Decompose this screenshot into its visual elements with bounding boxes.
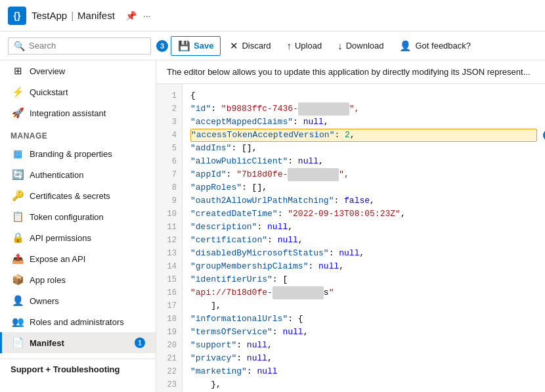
line-number: 21 [156, 352, 182, 365]
sidebar-item-label: Integration assistant [30, 108, 106, 118]
manifest-badge: 1 [135, 338, 145, 348]
sidebar-item-branding[interactable]: ▦ Branding & properties [0, 143, 156, 164]
sidebar-item-label: Owners [30, 296, 59, 306]
authentication-icon: 🔄 [12, 169, 23, 180]
sidebar-item-roles-admins[interactable]: 👥 Roles and administrators [0, 311, 156, 332]
search-input[interactable] [29, 41, 145, 51]
line-number: 17 [156, 299, 182, 313]
redacted-text: ██████████ [288, 168, 339, 181]
code-line: "accessTokenAcceptedVersion": 2,2 [190, 129, 537, 142]
json-editor[interactable]: 1234567891011121314151617181920212223 { … [156, 84, 545, 392]
download-icon: ↓ [338, 40, 343, 51]
logo-text: {} [14, 11, 21, 21]
line-number: 18 [156, 313, 182, 326]
redacted-text: ██████████ [272, 286, 324, 299]
sidebar-item-integration-assistant[interactable]: 🚀 Integration assistant [0, 102, 156, 123]
sidebar-item-label: Manifest [30, 338, 64, 348]
redacted-text: ██████████ [298, 102, 349, 116]
header-actions: 📌 ··· [125, 11, 151, 21]
app-roles-icon: 📦 [12, 274, 23, 285]
save-badge: 3 [156, 40, 168, 52]
line-number: 23 [156, 378, 182, 391]
sidebar-item-authentication[interactable]: 🔄 Authentication [0, 164, 156, 185]
code-line: "support": null, [190, 339, 537, 352]
code-line: "appRoles": [], [190, 181, 537, 194]
line-number: 6 [156, 155, 182, 168]
code-line: "id": "b9883ffc-7436-██████████", [190, 102, 537, 116]
code-area[interactable]: { "id": "b9883ffc-7436-██████████", "acc… [183, 84, 545, 392]
line-number: 1 [156, 89, 182, 102]
app-logo: {} [8, 7, 26, 25]
save-label: Save [194, 41, 213, 51]
sidebar-item-token-config[interactable]: 📋 Token configuration [0, 206, 156, 227]
sidebar-item-certificates[interactable]: 🔑 Certificates & secrets [0, 185, 156, 206]
sidebar-item-label: Token configuration [30, 212, 104, 222]
sidebar-item-label: Branding & properties [30, 149, 112, 159]
sidebar-item-label: Certificates & secrets [30, 191, 110, 201]
sidebar-item-overview[interactable]: ⊞ Overview [0, 60, 156, 81]
pin-icon[interactable]: 📌 [125, 11, 137, 21]
manage-section-title: Manage [0, 123, 156, 143]
sidebar-item-label: Expose an API [30, 254, 85, 264]
line-number: 7 [156, 168, 182, 181]
line-number: 15 [156, 273, 182, 286]
code-line: "addIns": [], [190, 142, 537, 155]
certificates-icon: 🔑 [12, 190, 23, 201]
sidebar-item-expose-api[interactable]: 📤 Expose an API [0, 248, 156, 269]
code-line: "allowPublicClient": null, [190, 155, 537, 168]
line-number: 22 [156, 365, 182, 378]
upload-label: Upload [295, 41, 322, 51]
sidebar-item-api-permissions[interactable]: 🔒 API permissions [0, 227, 156, 248]
quickstart-icon: ⚡ [12, 87, 23, 97]
main-content: The editor below allows you to update th… [156, 60, 545, 392]
layout: ⊞ Overview ⚡ Quickstart 🚀 Integration as… [0, 60, 545, 392]
line-number: 4 [156, 129, 182, 142]
search-box[interactable]: 🔍 [8, 37, 151, 54]
upload-button[interactable]: ↑ Upload [280, 37, 328, 54]
code-line: "createdDateTime": "2022-09-13T08:05:23Z… [190, 207, 537, 221]
code-line: ], [190, 299, 537, 313]
app-name: TestApp [32, 10, 67, 21]
code-line: "privacy": null, [190, 352, 537, 365]
discard-label: Discard [242, 41, 271, 51]
line-number: 2 [156, 102, 182, 116]
line-number: 11 [156, 221, 182, 234]
owners-icon: 👤 [12, 295, 23, 306]
token-icon: 📋 [12, 211, 23, 222]
line-numbers: 1234567891011121314151617181920212223 [156, 84, 183, 392]
code-line: "api://7b18d0fe-██████████s" [190, 286, 537, 299]
sidebar-item-manifest[interactable]: 📄 Manifest 1 [0, 332, 156, 353]
line-number: 8 [156, 181, 182, 194]
support-troubleshooting: Support + Troubleshooting [0, 359, 156, 380]
sidebar-item-label: Overview [30, 66, 65, 76]
line-number: 12 [156, 234, 182, 247]
title-separator: | [71, 10, 74, 21]
line-number: 5 [156, 142, 182, 155]
line-number: 9 [156, 194, 182, 207]
editor-description: The editor below allows you to update th… [156, 60, 545, 84]
code-line: "identifierUris": [ [190, 273, 537, 286]
line-number: 10 [156, 207, 182, 221]
code-line: "informationalUrls": { [190, 313, 537, 326]
integration-icon: 🚀 [12, 108, 23, 118]
code-line: "acceptMappedClaims": null, [190, 116, 537, 129]
manifest-icon: 📄 [12, 338, 23, 348]
sidebar-item-label: Quickstart [30, 87, 68, 97]
discard-button[interactable]: ✕ Discard [223, 37, 277, 55]
download-button[interactable]: ↓ Download [331, 37, 390, 54]
save-button[interactable]: 💾 Save [171, 36, 221, 56]
code-line: "disabledByMicrosoftStatus": null, [190, 247, 537, 260]
search-icon: 🔍 [14, 41, 25, 51]
sidebar-item-app-roles[interactable]: 📦 App roles [0, 269, 156, 290]
header: {} TestApp | Manifest 📌 ··· [0, 0, 545, 32]
code-line: "certification": null, [190, 234, 537, 247]
sidebar-item-label: Roles and administrators [30, 317, 124, 327]
sidebar-item-owners[interactable]: 👤 Owners [0, 290, 156, 311]
sidebar-item-quickstart[interactable]: ⚡ Quickstart [0, 81, 156, 102]
more-options-icon[interactable]: ··· [143, 11, 151, 21]
code-line: }, [190, 378, 537, 391]
save-icon: 💾 [178, 40, 190, 52]
sidebar-item-label: App roles [30, 275, 66, 285]
feedback-button[interactable]: 👤 Got feedback? [393, 37, 477, 55]
code-line: "marketing": null [190, 365, 537, 378]
